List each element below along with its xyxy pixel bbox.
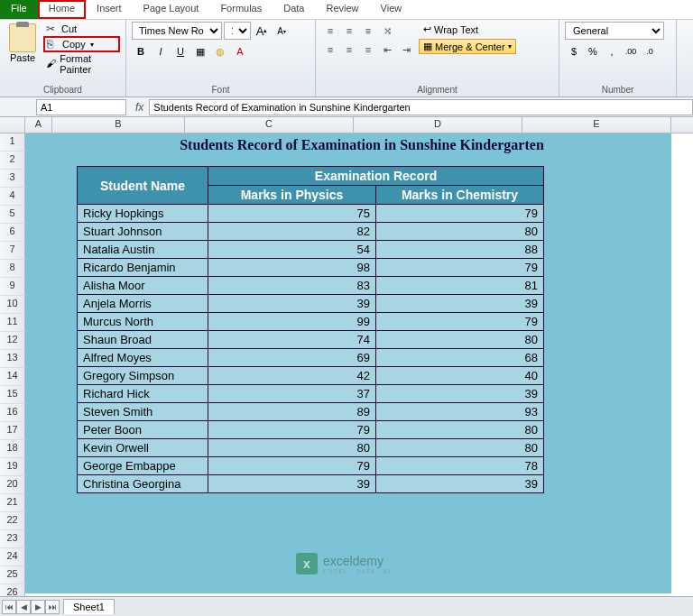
wrap-text-button[interactable]: ↩Wrap Text [419, 22, 516, 37]
cell-chemistry[interactable]: 39 [376, 295, 544, 313]
cell-physics[interactable]: 80 [208, 439, 376, 457]
italic-button[interactable]: I [152, 42, 170, 60]
align-middle-button[interactable]: ≡ [340, 22, 358, 40]
cell-name[interactable]: Alisha Moor [78, 277, 208, 295]
cell-name[interactable]: Ricardo Benjamin [78, 259, 208, 277]
name-box[interactable]: A1 [36, 99, 126, 115]
align-center-button[interactable]: ≡ [340, 41, 358, 59]
cell-chemistry[interactable]: 39 [376, 475, 544, 493]
cell-chemistry[interactable]: 93 [376, 403, 544, 421]
tab-formulas[interactable]: Formulas [209, 0, 273, 19]
row-header[interactable]: 12 [0, 332, 25, 350]
cell-name[interactable]: Ricky Hopkings [78, 205, 208, 223]
row-header[interactable]: 4 [0, 188, 25, 206]
cell-chemistry[interactable]: 80 [376, 439, 544, 457]
fill-color-button[interactable]: ◍ [211, 42, 229, 60]
sheet-nav-last[interactable]: ⏭ [45, 600, 60, 614]
cell-physics[interactable]: 98 [208, 259, 376, 277]
cell-physics[interactable]: 54 [208, 241, 376, 259]
cell-physics[interactable]: 89 [208, 403, 376, 421]
cell-physics[interactable]: 82 [208, 223, 376, 241]
row-header[interactable]: 26 [0, 584, 25, 596]
sheet-nav-first[interactable]: ⏮ [2, 600, 16, 614]
align-left-button[interactable]: ≡ [321, 41, 339, 59]
cell-name[interactable]: Shaun Broad [78, 331, 208, 349]
row-header[interactable]: 8 [0, 260, 25, 278]
row-header[interactable]: 17 [0, 422, 25, 440]
cell-physics[interactable]: 79 [208, 457, 376, 475]
row-header[interactable]: 21 [0, 494, 25, 512]
col-header[interactable]: D [354, 117, 522, 133]
cell-physics[interactable]: 79 [208, 421, 376, 439]
cell-physics[interactable]: 69 [208, 349, 376, 367]
row-header[interactable]: 15 [0, 386, 25, 404]
cell-physics[interactable]: 39 [208, 475, 376, 493]
row-header[interactable]: 2 [0, 152, 25, 170]
cell-chemistry[interactable]: 79 [376, 205, 544, 223]
cut-button[interactable]: Cut [43, 22, 120, 36]
cell-chemistry[interactable]: 39 [376, 385, 544, 403]
cell-chemistry[interactable]: 79 [376, 313, 544, 331]
formula-input[interactable] [149, 99, 693, 115]
cell-name[interactable]: Richard Hick [78, 385, 208, 403]
cell-name[interactable]: Gregory Simpson [78, 367, 208, 385]
cell-physics[interactable]: 83 [208, 277, 376, 295]
orientation-button[interactable]: ⤭ [378, 22, 396, 40]
row-header[interactable]: 13 [0, 350, 25, 368]
cell-chemistry[interactable]: 88 [376, 241, 544, 259]
cell-name[interactable]: Anjela Morris [78, 295, 208, 313]
cell-physics[interactable]: 37 [208, 385, 376, 403]
select-all-corner[interactable] [0, 117, 25, 133]
row-header[interactable]: 24 [0, 548, 25, 566]
align-bottom-button[interactable]: ≡ [359, 22, 377, 40]
cell-name[interactable]: Alfred Moyes [78, 349, 208, 367]
cell-chemistry[interactable]: 78 [376, 457, 544, 475]
row-header[interactable]: 10 [0, 296, 25, 314]
row-header[interactable]: 1 [0, 133, 25, 152]
worksheet-grid[interactable]: A B C D E 123456789101112131415161718192… [0, 117, 693, 596]
cell-chemistry[interactable]: 81 [376, 277, 544, 295]
row-header[interactable]: 9 [0, 278, 25, 296]
tab-home[interactable]: Home [38, 0, 86, 19]
currency-button[interactable]: $ [565, 42, 583, 60]
col-header[interactable]: C [185, 117, 354, 133]
cell-name[interactable]: Murcus North [78, 313, 208, 331]
paste-button[interactable]: Paste [5, 22, 40, 76]
cell-chemistry[interactable]: 80 [376, 223, 544, 241]
row-header[interactable]: 5 [0, 206, 25, 224]
format-painter-button[interactable]: Format Painter [43, 52, 120, 76]
row-header[interactable]: 11 [0, 314, 25, 332]
merge-center-button[interactable]: ▦Merge & Center▾ [419, 39, 516, 54]
underline-button[interactable]: U [171, 42, 189, 60]
sheet-nav-prev[interactable]: ◀ [16, 600, 31, 614]
row-header[interactable]: 3 [0, 170, 25, 188]
dec-decimal-button[interactable]: .0 [641, 42, 659, 60]
inc-decimal-button[interactable]: .00 [622, 42, 640, 60]
cell-physics[interactable]: 42 [208, 367, 376, 385]
row-header[interactable]: 19 [0, 458, 25, 476]
tab-insert[interactable]: Insert [86, 0, 133, 19]
bold-button[interactable]: B [132, 42, 150, 60]
row-header[interactable]: 20 [0, 476, 25, 494]
fx-icon[interactable]: fx [135, 101, 143, 114]
align-top-button[interactable]: ≡ [321, 22, 339, 40]
copy-button[interactable]: Copy▾ [43, 36, 120, 52]
percent-button[interactable]: % [584, 42, 602, 60]
cell-physics[interactable]: 74 [208, 331, 376, 349]
tab-file[interactable]: File [0, 0, 38, 19]
col-header[interactable]: A [25, 117, 52, 133]
cell-name[interactable]: Stuart Johnson [78, 223, 208, 241]
cell-name[interactable]: Steven Smith [78, 403, 208, 421]
col-header[interactable]: E [522, 117, 671, 133]
font-size-select[interactable]: 14 [224, 22, 251, 40]
cell-chemistry[interactable]: 80 [376, 331, 544, 349]
tab-view[interactable]: View [370, 0, 413, 19]
sheet-nav-next[interactable]: ▶ [31, 600, 45, 614]
tab-review[interactable]: Review [315, 0, 369, 19]
number-format-select[interactable]: General [565, 22, 664, 40]
indent-inc-button[interactable]: ⇥ [397, 41, 415, 59]
comma-button[interactable]: , [603, 42, 621, 60]
row-header[interactable]: 25 [0, 566, 25, 584]
cell-name[interactable]: Christina Georgina [78, 475, 208, 493]
cell-name[interactable]: Kevin Orwell [78, 439, 208, 457]
